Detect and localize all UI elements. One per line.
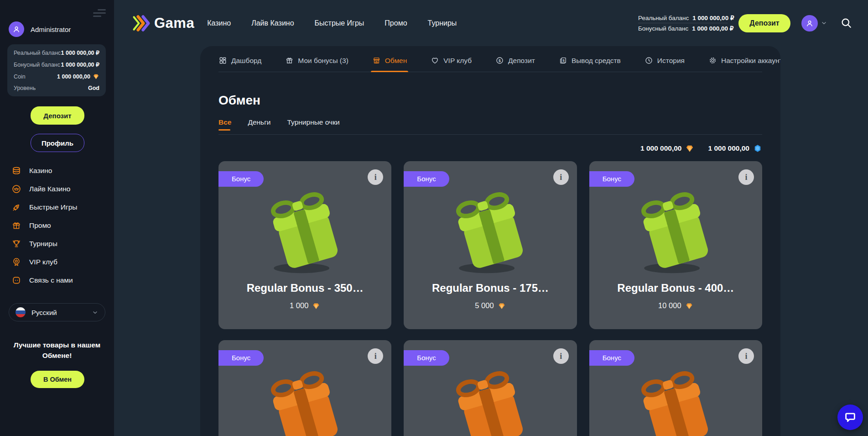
balance-label: Coin [14,74,26,80]
sidebar-nav-item[interactable]: Связь с нами [11,271,110,289]
sidebar-profile-button[interactable]: Профиль [31,134,84,152]
balance-value: 1 000 000,00 [57,74,90,80]
sidebar-nav-item[interactable]: Лайв Казино [11,180,110,198]
sidebar-nav-label: Промо [29,221,51,230]
tab-label: Дашборд [231,57,261,65]
tab[interactable]: Вывод средств [559,56,621,65]
tab-label: Обмен [385,57,407,65]
header-nav-link[interactable]: Промо [385,19,407,27]
main-panel: Дашборд Мои бонусы (3) Обмен VIP клуб Де… [200,46,780,436]
bonus-price: 5 000 [475,301,494,310]
balance-label: Уровень [14,85,36,91]
sidebar-nav-label: Турниры [29,240,57,248]
live-chat-button[interactable] [837,404,863,430]
header-nav-link[interactable]: Быстрые Игры [315,19,364,27]
sidebar-nav: Казино Лайв Казино Быстрые Игры Промо Ту… [11,162,110,289]
balance-row: Coin 1 000 000,00 [14,73,99,80]
bonus-price: 1 000 [290,301,308,310]
exchange-balances: 1 000 000,00 1 000 000,00 [218,144,762,153]
language-label: Русский [31,309,86,316]
gift-box-image [626,181,725,280]
info-icon[interactable]: i [368,348,383,364]
info-icon[interactable]: i [368,169,383,185]
bonus-card-grid: Бонус i Regular Bonus - 350… 1 000 Бонус… [218,161,762,436]
account-tabs: Дашборд Мои бонусы (3) Обмен VIP клуб Де… [218,56,762,72]
header-nav-link[interactable]: Казино [207,19,231,27]
real-balance-value: 1 000 000,00 ₽ [692,14,734,21]
avatar [9,21,24,37]
header-nav-link[interactable]: Турниры [428,19,457,27]
coin-balance: 1 000 000,00 [640,144,682,152]
info-icon[interactable]: i [738,348,754,364]
brand-logo[interactable]: Gama [131,14,194,32]
gift-box-image [256,181,354,280]
bonus-card[interactable]: Бонус i Regular Bonus - 400… 10 000 [589,161,762,329]
tab[interactable]: Обмен [372,56,407,65]
bonus-badge: Бонус [218,350,264,366]
tab[interactable]: Настройки аккаунта [708,56,780,65]
tab-icon [495,56,504,65]
tab[interactable]: Дашборд [218,56,261,65]
sidebar-nav-label: Казино [29,167,52,175]
filter-tab[interactable]: Все [218,118,231,126]
sidebar-nav-icon [11,184,21,194]
bonus-card[interactable]: Бонус i Regular Bonus - 350… 1 000 [218,161,391,329]
bonus-card[interactable]: Бонус i Regular Bonus - 175… 5 000 [404,161,577,329]
blue-gem-icon [753,144,762,153]
sidebar-nav-item[interactable]: Турниры [11,235,110,253]
balance-value: God [88,85,99,91]
sidebar-nav-item[interactable]: Быстрые Игры [11,198,110,216]
tab-icon [559,56,567,65]
sidebar-nav-icon [11,275,21,285]
tab-label: Вывод средств [572,57,621,65]
sidebar-nav-item[interactable]: Казино [11,162,110,180]
bonus-balance-value: 1 000 000,00 ₽ [692,25,733,32]
bonus-badge: Бонус [589,350,634,366]
gem-icon [93,73,99,80]
bonus-card[interactable]: Бонус i [218,340,391,436]
exchange-filters: ВсеДеньгиТурнирные очки [218,118,762,135]
tab[interactable]: История [645,56,685,65]
bonus-title: Regular Bonus - 400… [617,282,734,294]
language-selector[interactable]: Русский [9,303,105,321]
top-header: Gama КазиноЛайв КазиноБыстрые ИгрыПромоТ… [114,0,868,46]
account-menu[interactable] [801,15,827,32]
gem-icon [498,302,506,310]
bonus-card[interactable]: Бонус i [589,340,762,436]
tab-icon [431,56,439,65]
tab-label: Мои бонусы (3) [298,57,348,65]
tab-icon [285,56,294,65]
tab-icon [218,56,227,65]
info-icon[interactable]: i [553,348,569,364]
tab[interactable]: Депозит [495,56,535,65]
header-nav-link[interactable]: Лайв Казино [251,19,294,27]
sidebar-nav-item[interactable]: VIP клуб [11,253,110,271]
tab[interactable]: Мои бонусы (3) [285,56,348,65]
sidebar-nav-icon [11,221,21,231]
tab[interactable]: VIP клуб [431,56,472,65]
sidebar-deposit-button[interactable]: Депозит [31,106,84,125]
chevron-down-icon [92,309,99,316]
gem-icon [685,302,693,310]
header-balance: Реальный баланс 1 000 000,00 ₽ Бонусный … [638,13,728,33]
header-deposit-button[interactable]: Депозит [738,14,790,32]
info-icon[interactable]: i [738,169,754,185]
bonus-title: Regular Bonus - 175… [432,282,549,294]
menu-toggle-icon[interactable] [93,7,107,19]
bonus-badge: Бонус [589,171,634,187]
sidebar-nav-label: VIP клуб [29,258,57,266]
balance-value: 1 000 000,00 ₽ [61,49,99,56]
info-icon[interactable]: i [553,169,569,185]
sidebar-nav-item[interactable]: Промо [11,216,110,235]
tab-label: VIP клуб [443,57,472,65]
sidebar-user[interactable]: Administrator [9,21,71,37]
balance-label: Бонусный баланс [14,62,60,68]
filter-tab[interactable]: Деньги [248,118,270,126]
filter-tab[interactable]: Турнирные очки [287,118,340,126]
gift-box-image [441,360,540,436]
bonus-card[interactable]: Бонус i [404,340,577,436]
username: Administrator [31,26,71,33]
russian-flag-icon [16,307,26,317]
to-exchange-button[interactable]: В Обмен [31,371,84,388]
search-icon[interactable] [840,17,852,29]
